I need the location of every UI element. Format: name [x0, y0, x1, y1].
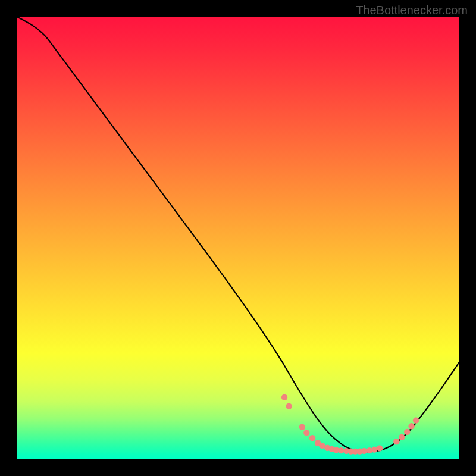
- marker-group: [281, 394, 419, 455]
- data-marker: [303, 430, 309, 436]
- data-marker: [338, 447, 344, 453]
- plot-area: [17, 17, 459, 459]
- data-marker: [408, 423, 414, 429]
- data-marker: [393, 439, 399, 444]
- data-marker: [377, 445, 383, 451]
- chart-container: TheBottlenecker.com: [0, 0, 476, 476]
- data-marker: [299, 424, 305, 430]
- data-marker: [413, 417, 419, 423]
- data-marker: [361, 448, 367, 454]
- curve-svg: [17, 17, 459, 459]
- bottleneck-curve: [17, 17, 459, 452]
- data-marker: [309, 435, 315, 441]
- data-marker: [286, 403, 292, 409]
- data-marker: [371, 446, 377, 452]
- data-marker: [399, 434, 405, 440]
- watermark-text: TheBottlenecker.com: [356, 4, 468, 17]
- data-marker: [404, 429, 410, 435]
- data-marker: [281, 394, 287, 400]
- data-marker: [319, 443, 325, 449]
